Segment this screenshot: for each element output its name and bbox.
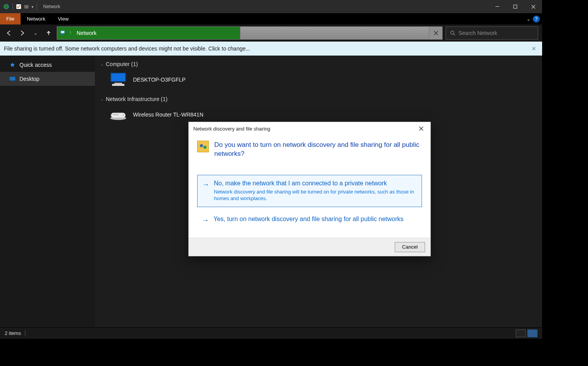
sidebar-item-label: Quick access (19, 62, 52, 68)
infobar-close[interactable]: × (529, 45, 538, 53)
svg-point-24 (203, 146, 206, 149)
navbar: ⌄ 〉 Network (0, 24, 542, 42)
titlebar: ▾ Network (0, 0, 542, 13)
close-button[interactable] (524, 0, 542, 13)
search-icon (450, 30, 455, 36)
svg-point-10 (451, 31, 454, 34)
address-label: Network (77, 30, 96, 36)
nav-pane: Quick access Desktop (0, 56, 95, 327)
computer-icon (109, 72, 128, 87)
svg-rect-9 (61, 35, 64, 35)
view-details-button[interactable] (516, 329, 526, 337)
chevron-down-icon: ⌄ (100, 97, 103, 101)
tab-network[interactable]: Network (21, 13, 52, 24)
option-subtitle: Network discovery and file sharing will … (214, 188, 417, 202)
svg-rect-8 (62, 34, 63, 35)
view-tiles-button[interactable] (527, 329, 537, 337)
svg-point-21 (123, 115, 124, 116)
separator (37, 3, 37, 10)
svg-rect-5 (495, 6, 499, 7)
help-icon[interactable]: ? (533, 16, 540, 23)
address-segment-network[interactable]: 〉 Network (57, 27, 240, 39)
app-icon (3, 3, 9, 10)
refresh-button[interactable] (429, 27, 442, 39)
cancel-button[interactable]: Cancel (395, 242, 425, 252)
dialog-close-button[interactable] (416, 125, 426, 132)
tab-file[interactable]: File (0, 13, 21, 24)
statusbar: 2 items (0, 327, 542, 339)
explorer-window: ▾ Network File Network View ⌄ ? ⌄ (0, 0, 542, 339)
option-title: No, make the network that I am connected… (214, 180, 417, 187)
svg-rect-22 (198, 141, 208, 152)
status-text: 2 items (5, 330, 21, 336)
network-discovery-dialog: Network discovery and file sharing Do yo… (188, 122, 431, 256)
sidebar-item-desktop[interactable]: Desktop (0, 72, 95, 86)
recent-dropdown[interactable]: ⌄ (30, 28, 40, 38)
tab-view[interactable]: View (52, 13, 75, 24)
arrow-right-icon: → (202, 181, 209, 202)
desktop-icon (9, 76, 16, 82)
svg-rect-6 (514, 5, 517, 9)
dialog-body: Do you want to turn on network discovery… (189, 135, 430, 238)
svg-rect-14 (111, 73, 125, 81)
item-label: Wireless Router TL-WR841N (133, 112, 203, 118)
view-switcher (516, 329, 537, 337)
dialog-hero: Do you want to turn on network discovery… (197, 141, 422, 159)
forward-button[interactable] (17, 28, 27, 38)
sidebar-item-label: Desktop (19, 76, 39, 82)
group-label: Network Infrastructure (1) (106, 96, 168, 102)
qat: ▾ (0, 3, 41, 10)
address-bar[interactable]: 〉 Network (57, 26, 443, 40)
network-people-icon (197, 141, 209, 152)
option-private-network[interactable]: → No, make the network that I am connect… (197, 175, 422, 207)
dialog-titlebar: Network discovery and file sharing (189, 122, 430, 135)
infobar-text: File sharing is turned off. Some network… (4, 45, 250, 52)
qat-properties-icon[interactable] (16, 4, 21, 9)
window-controls (488, 0, 542, 13)
svg-point-23 (200, 144, 203, 147)
maximize-button[interactable] (506, 0, 524, 13)
option-title: Yes, turn on network discovery and file … (214, 216, 404, 223)
search-box[interactable] (446, 26, 538, 40)
qat-newfolder-icon[interactable] (24, 4, 29, 9)
minimize-button[interactable] (488, 0, 506, 13)
group-label: Computer (1) (106, 61, 138, 67)
option-public-network[interactable]: → Yes, turn on network discovery and fil… (197, 211, 422, 229)
network-icon (60, 30, 66, 36)
dialog-footer: Cancel (189, 238, 430, 256)
sidebar-item-quick-access[interactable]: Quick access (0, 58, 95, 72)
up-button[interactable] (44, 28, 54, 38)
router-icon (109, 107, 128, 122)
arrow-right-icon: → (202, 216, 209, 225)
chevron-down-icon: ⌄ (100, 62, 103, 66)
item-label: DESKTOP-O3FGFLP (133, 77, 186, 83)
svg-rect-12 (11, 81, 14, 81)
back-button[interactable] (4, 28, 14, 38)
svg-rect-16 (112, 84, 124, 86)
star-icon (9, 62, 16, 68)
separator (25, 330, 25, 336)
qat-customize-icon[interactable]: ▾ (32, 5, 33, 9)
dialog-title: Network discovery and file sharing (193, 126, 270, 132)
computer-item[interactable]: DESKTOP-O3FGFLP (100, 69, 537, 94)
chevron-right-icon: 〉 (70, 30, 74, 36)
svg-rect-15 (114, 83, 122, 84)
ribbon: File Network View ⌄ ? (0, 13, 542, 24)
dialog-hero-text: Do you want to turn on network discovery… (214, 141, 422, 159)
search-input[interactable] (458, 30, 534, 36)
infobar[interactable]: File sharing is turned off. Some network… (0, 42, 542, 56)
address-editable[interactable] (240, 27, 429, 39)
group-header-computer[interactable]: ⌄ Computer (1) (100, 59, 537, 69)
window-title: Network (41, 4, 60, 9)
dialog-options: → No, make the network that I am connect… (197, 175, 422, 229)
svg-rect-7 (61, 31, 65, 33)
svg-rect-20 (116, 114, 118, 115)
group-header-network-infra[interactable]: ⌄ Network Infrastructure (1) (100, 94, 537, 104)
svg-rect-4 (24, 5, 26, 6)
svg-rect-19 (113, 114, 116, 115)
separator (12, 3, 13, 10)
svg-rect-11 (10, 77, 16, 81)
ribbon-expand-icon[interactable]: ⌄ (527, 16, 530, 22)
